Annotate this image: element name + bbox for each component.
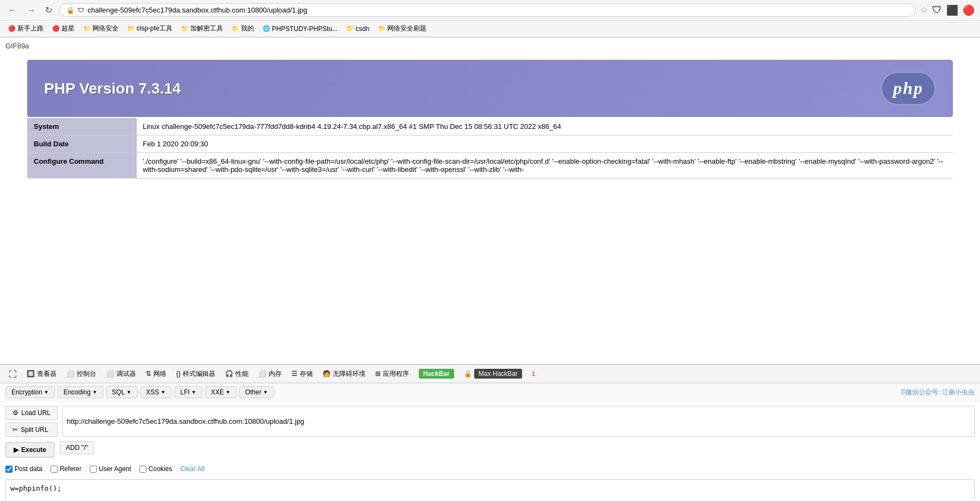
load-url-icon: ⚙	[13, 409, 18, 417]
devtools-style-editor[interactable]: {} 样式编辑器	[172, 368, 220, 380]
bookmark-wangluoanquan[interactable]: 📁 网络安全	[80, 23, 121, 34]
address-input[interactable]: challenge-509efc7c5ec179da.sandbox.ctfhu…	[88, 6, 909, 14]
hackbar-copyright: ©微信公众号: 江南小虫虫	[901, 388, 975, 397]
sql-menu-button[interactable]: SQL ▼	[106, 386, 138, 398]
devtools-application[interactable]: ⊞ 应用程序	[371, 368, 413, 380]
memory-icon: ⬜	[258, 370, 266, 378]
hackbar-body: ⚙ Load URL ✂ Split URL ▶ Execute ADD "/"	[0, 401, 980, 501]
lfi-menu-button[interactable]: LFI ▼	[174, 386, 202, 398]
add-slash-label: ADD "/"	[66, 444, 88, 451]
other-menu-button[interactable]: Other ▼	[239, 386, 274, 398]
devtools-network[interactable]: ⇅ 网络	[141, 368, 171, 380]
back-button[interactable]: ←	[5, 4, 20, 16]
devtools-cursor-icon[interactable]: ⛶	[4, 368, 21, 380]
console-label: 控制台	[77, 369, 96, 379]
bookmarks-bar: 🔴 新手上路 🔴 超星 📁 网络安全 📁 cisp-pte工具 📁 加解密工具 …	[0, 21, 980, 37]
performance-label: 性能	[235, 369, 249, 379]
post-data-option[interactable]: Post data	[5, 465, 42, 473]
inspector-label: 查看器	[37, 369, 57, 379]
bookmark-icon-phpstudy: 🌐	[263, 25, 270, 32]
bookmark-label-wlaqst: 网络安全刷题	[387, 24, 426, 33]
load-url-label: Load URL	[21, 409, 51, 417]
bookmark-cisp[interactable]: 📁 cisp-pte工具	[125, 23, 175, 34]
forward-button[interactable]: →	[24, 4, 38, 16]
php-table: System Linux challenge-509efc7c5ec179da-…	[27, 118, 953, 178]
browser-nav: ← → ↻ 🔒 🛡 challenge-509efc7c5ec179da.san…	[0, 0, 980, 21]
hackbar-panel: Encryption ▼ Encoding ▼ SQL ▼ XSS ▼ LFI …	[0, 383, 980, 501]
encryption-menu-button[interactable]: Encryption ▼	[5, 386, 55, 398]
maxhackbar-button[interactable]: 🔒 Max HackBar	[460, 367, 526, 380]
bookmark-chaoxing[interactable]: 🔴 超星	[49, 23, 77, 34]
user-agent-checkbox[interactable]	[90, 466, 97, 473]
storage-icon: ☰	[291, 370, 297, 378]
load-url-button[interactable]: ⚙ Load URL	[5, 406, 58, 420]
reload-button[interactable]: ↻	[42, 4, 55, 16]
profile-icon: ⬛	[946, 4, 958, 16]
user-agent-option[interactable]: User Agent	[90, 465, 131, 473]
debugger-label: 调试器	[116, 369, 136, 379]
bookmark-jiajie[interactable]: 📁 加解密工具	[178, 23, 226, 34]
xss-menu-button[interactable]: XSS ▼	[140, 386, 172, 398]
encryption-label: Encryption	[11, 388, 42, 396]
split-url-label: Split URL	[21, 426, 48, 434]
bookmark-xinshou[interactable]: 🔴 新手上路	[5, 23, 46, 34]
post-data-label: Post data	[15, 465, 42, 473]
encoding-menu-button[interactable]: Encoding ▼	[58, 386, 103, 398]
performance-icon: 🎧	[225, 370, 233, 378]
storage-label: 存储	[300, 369, 313, 379]
hackbar-url-input[interactable]	[62, 406, 975, 437]
execute-button[interactable]: ▶ Execute	[5, 442, 54, 457]
bookmark-icon-cisp: 📁	[127, 25, 135, 32]
style-editor-icon: {}	[176, 370, 181, 378]
bookmark-label-xinshou: 新手上路	[17, 24, 44, 33]
sql-label: SQL	[112, 388, 125, 396]
hackbar-button[interactable]: HackBar	[414, 367, 458, 380]
devtools-bar: ⛶ 🔲 查看器 ⬜ 控制台 ⬜ 调试器 ⇅ 网络 {} 样式编辑器 🎧 性能 ⬜…	[0, 364, 980, 383]
bookmark-icon-csdn: 📁	[346, 25, 354, 32]
other-arrow-icon: ▼	[263, 389, 268, 395]
xxe-menu-button[interactable]: XXE ▼	[205, 386, 237, 398]
bookmark-csdn[interactable]: 📁 csdn	[344, 24, 372, 34]
post-data-checkbox[interactable]	[5, 466, 13, 473]
cookies-option[interactable]: Cookies	[139, 465, 172, 473]
hackbar-label: HackBar	[419, 369, 454, 379]
referer-option[interactable]: Referer	[51, 465, 82, 473]
php-logo-text: php	[893, 78, 923, 98]
devtools-accessibility[interactable]: 🧑 无障碍环境	[318, 368, 370, 380]
bookmark-phpstudy[interactable]: 🌐 PHPSTUDY-PHPStu...	[260, 24, 340, 34]
address-bar: 🔒 🛡 challenge-509efc7c5ec179da.sandbox.c…	[59, 3, 916, 17]
bookmark-icon-xinshou: 🔴	[8, 25, 16, 32]
add-slash-button[interactable]: ADD "/"	[60, 441, 94, 454]
table-cell-label: Build Date	[27, 135, 136, 153]
clear-all-button[interactable]: Clear All	[180, 465, 204, 473]
devtools-inspector[interactable]: 🔲 查看器	[22, 368, 61, 380]
bookmark-wlaqst[interactable]: 📁 网络安全刷题	[375, 23, 429, 34]
split-url-button[interactable]: ✂ Split URL	[5, 423, 58, 437]
referer-checkbox[interactable]	[51, 466, 58, 473]
devtools-memory[interactable]: ⬜ 内存	[254, 368, 286, 380]
bookmark-star-button[interactable]: ☆	[920, 5, 928, 15]
php-info-container: PHP Version 7.3.14 php System Linux chal…	[0, 54, 980, 184]
style-editor-label: 样式编辑器	[183, 369, 215, 379]
devtools-performance[interactable]: 🎧 性能	[221, 368, 253, 380]
devtools-storage[interactable]: ☰ 存储	[287, 368, 317, 380]
php-header: PHP Version 7.3.14 php	[27, 60, 953, 117]
hackbar-url-row: ⚙ Load URL ✂ Split URL	[5, 406, 975, 437]
bookmark-label-chaoxing: 超星	[61, 24, 75, 33]
bookmark-icon-jiajie: 📁	[181, 25, 189, 32]
devtools-debugger[interactable]: ⬜ 调试器	[102, 368, 140, 380]
xss-label: XSS	[146, 388, 159, 396]
hackbar-menu: Encryption ▼ Encoding ▼ SQL ▼ XSS ▼ LFI …	[0, 384, 980, 401]
hackbar-textarea[interactable]	[5, 479, 975, 501]
maxhackbar-label: Max HackBar	[474, 369, 522, 379]
encoding-label: Encoding	[64, 388, 91, 396]
cookies-checkbox[interactable]	[139, 466, 146, 473]
page-content: GIF89a PHP Version 7.3.14 php System Lin…	[0, 38, 980, 364]
bookmark-my[interactable]: 📁 我的	[229, 23, 257, 34]
table-cell-label: System	[27, 118, 136, 135]
bookmark-label-cisp: cisp-pte工具	[137, 24, 172, 33]
accessibility-label: 无障碍环境	[333, 369, 365, 379]
lock-devtools-icon: 🔒	[464, 370, 472, 378]
devtools-console[interactable]: ⬜ 控制台	[62, 368, 101, 380]
memory-label: 内存	[269, 369, 282, 379]
